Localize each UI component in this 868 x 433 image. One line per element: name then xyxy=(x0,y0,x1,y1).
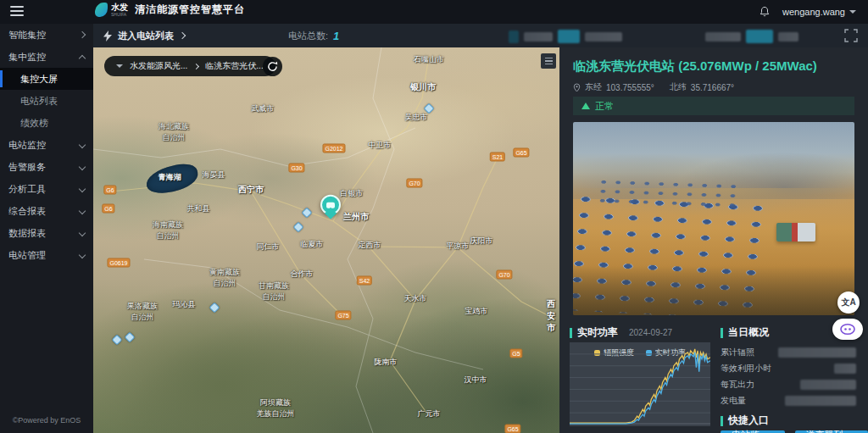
status-badge: 正常 xyxy=(573,97,854,115)
refresh-icon xyxy=(267,61,278,72)
road-badge: G65 xyxy=(504,425,520,433)
sidebar-item-绩效榜[interactable]: 绩效榜 xyxy=(0,112,93,134)
overview-value-censored xyxy=(800,380,856,390)
map-label: 海南藏族 自治州 xyxy=(153,219,183,241)
app-root: 水发 SHUIFA 清洁能源管控智慧平台 wengang.wang 智能集控集中… xyxy=(0,0,868,433)
sidebar-item-label: 告警服务 xyxy=(8,161,80,174)
map-label: 兰州市 xyxy=(343,211,369,223)
app-logo: 水发 SHUIFA 清洁能源管控智慧平台 xyxy=(95,3,245,17)
map-label: 中卫市 xyxy=(369,140,392,151)
map-label: 庆阳市 xyxy=(470,236,493,247)
map-breadcrumb[interactable]: 水发能源风光...临洮东营光伏... xyxy=(104,56,275,76)
map-label: 天水市 xyxy=(404,293,427,304)
station-photo xyxy=(573,122,854,315)
road-badge: G65 xyxy=(513,148,529,158)
map-label: 海北藏族 自治州 xyxy=(159,121,189,143)
leaf-logo-icon xyxy=(95,3,108,17)
map-label: 武威市 xyxy=(252,103,275,114)
button-label: 电站监控 xyxy=(729,429,762,433)
status-triangle-icon xyxy=(581,103,590,109)
road-badge: G75 xyxy=(335,311,351,320)
lightning-icon xyxy=(103,31,112,42)
fullscreen-icon[interactable] xyxy=(844,29,858,42)
road-badge: G70 xyxy=(496,270,512,280)
map-canvas[interactable]: 石嘴山市银川市吴忠市中卫市武威市西宁市海晏县共和县白银市兰州市临夏市定西市平凉市… xyxy=(93,47,559,433)
translate-button[interactable]: 文A xyxy=(837,291,860,314)
map-label: 汉中市 xyxy=(465,375,487,386)
chevron-down-icon xyxy=(79,186,86,192)
chevron-down-icon xyxy=(79,208,86,214)
user-menu[interactable]: wengang.wang xyxy=(782,7,856,17)
map-label: 广元市 xyxy=(418,408,441,419)
realtime-power-title: 实时功率 2024-09-27 xyxy=(570,325,672,340)
sidebar-item-电站列表[interactable]: 电站列表 xyxy=(0,90,93,112)
road-badge: G2012 xyxy=(322,144,345,153)
station-coordinates: 东经103.755555° 北纬35.716667° xyxy=(573,81,734,93)
map-label: 西宁市 xyxy=(238,184,264,196)
breadcrumb-segment[interactable]: 临洮东营光伏... xyxy=(205,60,263,72)
overview-value-censored xyxy=(785,396,856,406)
road-badge: G0619 xyxy=(107,258,130,268)
censored-stat-group xyxy=(705,30,798,43)
logo-subtext: SHUIFA xyxy=(111,12,128,17)
notification-bell-icon[interactable] xyxy=(759,6,771,18)
sidebar-item-告警服务[interactable]: 告警服务 xyxy=(0,156,93,178)
breadcrumb-segment[interactable]: 水发能源风光... xyxy=(130,60,187,72)
map-legend-toggle[interactable] xyxy=(541,53,556,69)
sidebar-item-电站监控[interactable]: 电站监控 xyxy=(0,134,93,156)
caret-down-icon xyxy=(116,64,123,68)
sidebar-item-label: 电站管理 xyxy=(8,249,80,262)
sidebar-item-集控大屏[interactable]: 集控大屏 xyxy=(0,68,93,90)
sidebar-item-电站管理[interactable]: 电站管理 xyxy=(0,244,93,266)
map-label: 宝鸡市 xyxy=(465,306,488,317)
top-header: 水发 SHUIFA 清洁能源管控智慧平台 wengang.wang xyxy=(0,0,868,24)
overview-row: 累计辐照 xyxy=(721,344,856,360)
road-badge: S42 xyxy=(357,276,372,286)
sidebar-item-label: 智能集控 xyxy=(8,29,80,42)
enter-station-list-button[interactable]: 进入电站列表 xyxy=(103,24,185,47)
map-label: 黄南藏族 自治州 xyxy=(209,267,240,289)
sidebar-item-智能集控[interactable]: 智能集控 xyxy=(0,24,93,46)
station-total-count: 电站总数: 1 xyxy=(288,24,339,47)
hamburger-menu-icon[interactable] xyxy=(10,6,24,17)
overview-label: 等效利用小时 xyxy=(721,363,771,375)
sub-header: 进入电站列表 电站总数: 1 xyxy=(93,24,868,47)
overview-row: 每瓦出力 xyxy=(721,376,856,392)
sidebar-item-数据报表[interactable]: 数据报表 xyxy=(0,222,93,244)
realtime-date: 2024-09-27 xyxy=(629,328,672,337)
sidebar-item-集中监控[interactable]: 集中监控 xyxy=(0,46,93,68)
map-label: 甘南藏族 自治州 xyxy=(259,280,289,303)
button-label: 逆变器列表 xyxy=(804,429,845,433)
map-label: 同仁市 xyxy=(257,241,280,253)
page-title: 清洁能源管控智慧平台 xyxy=(135,3,245,17)
station-map-marker[interactable] xyxy=(320,195,341,218)
daily-overview-title: 当日概况 xyxy=(721,325,769,340)
map-pin-icon xyxy=(573,83,581,92)
sidebar-item-综合报表[interactable]: 综合报表 xyxy=(0,200,93,222)
map-refresh-button[interactable] xyxy=(263,57,282,76)
overview-label: 发电量 xyxy=(721,395,746,407)
sidebar: 智能集控集中监控集控大屏电站列表绩效榜电站监控告警服务分析工具综合报表数据报表电… xyxy=(0,24,93,433)
station-title: 临洮东营光伏电站 (25.076MWp / 25MWac) xyxy=(573,58,817,75)
sidebar-item-分析工具[interactable]: 分析工具 xyxy=(0,178,93,200)
overview-label: 累计辐照 xyxy=(721,347,754,358)
map-label: 共和县 xyxy=(187,203,210,214)
overview-value-censored xyxy=(834,364,856,374)
map-label: 银川市 xyxy=(410,81,436,93)
overview-label: 每瓦出力 xyxy=(721,379,754,391)
road-badge: G70 xyxy=(406,179,422,188)
map-label: 玛沁县 xyxy=(173,299,196,310)
overview-value-censored xyxy=(778,347,856,358)
chart-line-辐照强度 xyxy=(570,349,710,423)
sidebar-item-label: 电站监控 xyxy=(8,139,80,152)
robot-face-icon xyxy=(838,323,857,336)
sidebar-item-label: 综合报表 xyxy=(8,205,80,218)
sidebar-item-label: 集中监控 xyxy=(8,51,80,64)
sidebar-item-label: 集控大屏 xyxy=(20,73,85,86)
sidebar-item-label: 电站列表 xyxy=(20,95,85,108)
chatbot-button[interactable] xyxy=(832,319,863,340)
overview-row: 发电量 xyxy=(721,392,856,408)
road-badge: G6 xyxy=(102,204,114,214)
map-label: 合作市 xyxy=(291,269,314,280)
logo-text: 水发 xyxy=(111,3,128,12)
